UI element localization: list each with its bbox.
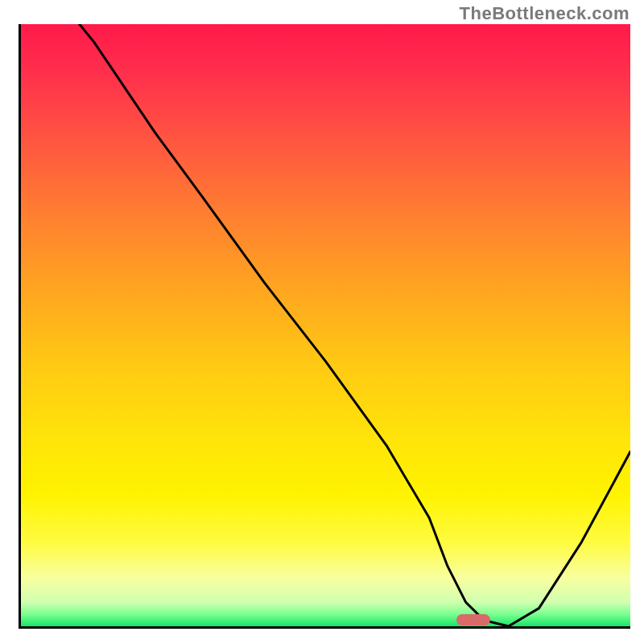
chart-line-path bbox=[21, 24, 630, 626]
watermark-text: TheBottleneck.com bbox=[460, 3, 630, 24]
chart-line-svg bbox=[21, 24, 630, 626]
chart-plot-area bbox=[19, 24, 630, 629]
chart-marker bbox=[456, 614, 490, 625]
